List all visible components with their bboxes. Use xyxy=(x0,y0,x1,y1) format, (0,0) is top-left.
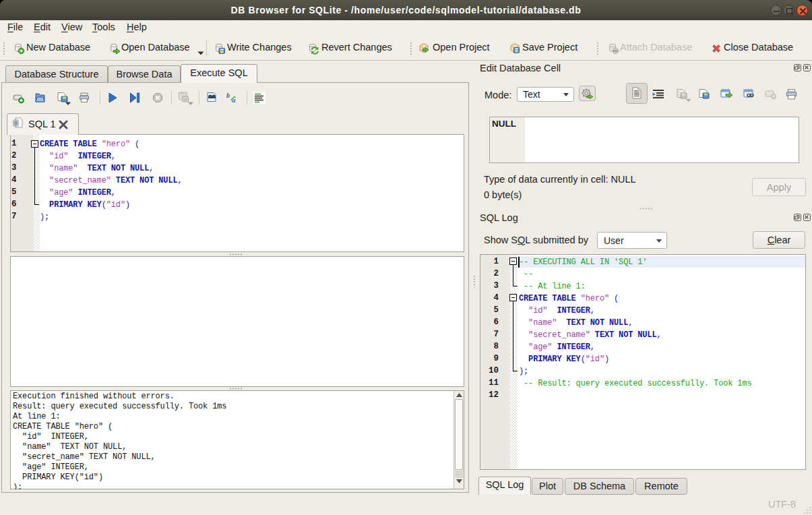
svg-text:b: b xyxy=(226,92,230,99)
